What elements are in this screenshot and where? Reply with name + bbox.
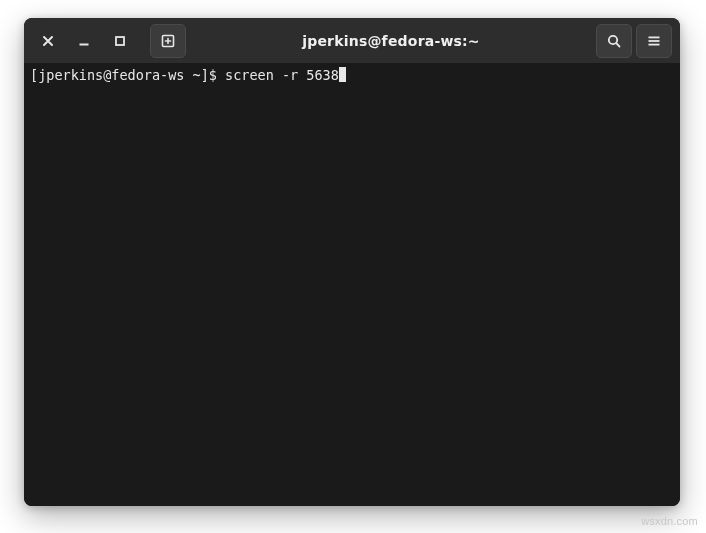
svg-rect-4 xyxy=(649,36,660,38)
terminal-window: jperkins@fedora-ws:~ [jperkins@fedora-ws… xyxy=(24,18,680,506)
new-tab-button[interactable] xyxy=(150,24,186,58)
command-input[interactable]: screen -r 5638 xyxy=(225,67,339,83)
terminal-viewport[interactable]: [jperkins@fedora-ws ~]$ screen -r 5638 xyxy=(24,64,680,506)
maximize-icon xyxy=(114,35,126,47)
new-tab-icon xyxy=(160,33,176,49)
search-icon xyxy=(606,33,622,49)
svg-rect-5 xyxy=(649,40,660,42)
cursor xyxy=(339,67,346,82)
minimize-button[interactable] xyxy=(68,25,100,57)
hamburger-icon xyxy=(646,33,662,49)
titlebar[interactable]: jperkins@fedora-ws:~ xyxy=(24,18,680,64)
svg-rect-6 xyxy=(649,43,660,45)
svg-rect-0 xyxy=(80,43,89,45)
close-icon xyxy=(42,35,54,47)
watermark: wsxdn.com xyxy=(641,515,698,527)
window-title: jperkins@fedora-ws:~ xyxy=(190,33,592,49)
shell-prompt: [jperkins@fedora-ws ~]$ xyxy=(30,67,225,83)
hamburger-menu-button[interactable] xyxy=(636,24,672,58)
close-button[interactable] xyxy=(32,25,64,57)
search-button[interactable] xyxy=(596,24,632,58)
minimize-icon xyxy=(78,35,90,47)
maximize-button[interactable] xyxy=(104,25,136,57)
svg-rect-1 xyxy=(116,37,124,45)
